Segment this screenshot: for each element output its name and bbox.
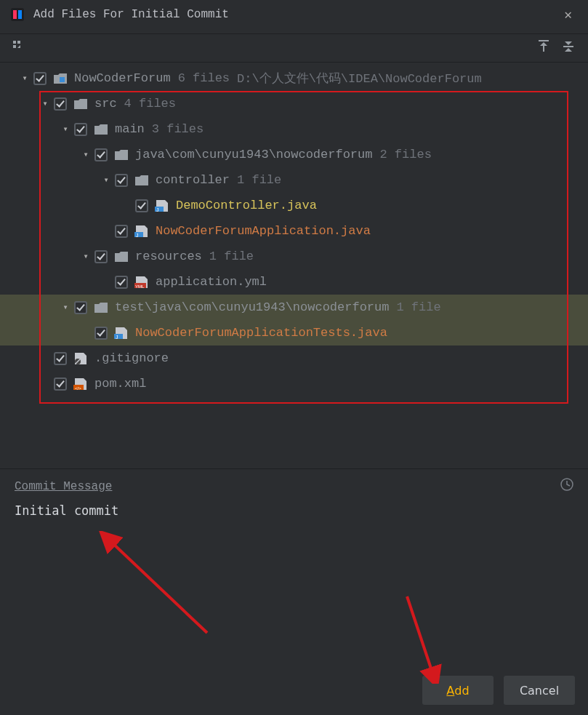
commit-header: Commit Message <box>15 478 573 495</box>
node-name: DemoController.java <box>176 199 317 212</box>
checkbox[interactable] <box>94 148 108 161</box>
node-name: controller <box>156 173 230 187</box>
node-name: NowCoderForumApplication.java <box>156 224 371 238</box>
checkbox[interactable] <box>115 174 128 187</box>
expand-all-icon[interactable] <box>537 40 550 57</box>
svg-rect-9 <box>60 77 65 82</box>
checkbox[interactable] <box>94 327 108 340</box>
node-name: pom.xml <box>94 377 146 391</box>
tree-row[interactable]: ▾controller1 file <box>0 167 588 193</box>
chevron-down-icon[interactable]: ▾ <box>60 124 71 135</box>
chevron-down-icon[interactable]: ▾ <box>80 149 92 160</box>
folder-icon <box>134 174 150 187</box>
tree-row[interactable]: ▾.gitignore <box>0 345 588 371</box>
tree-row[interactable]: ▾resources1 file <box>0 244 588 269</box>
page-title: Add Files For Initial Commit <box>33 8 558 21</box>
svg-rect-3 <box>13 41 16 44</box>
folder-icon <box>113 250 129 263</box>
svg-rect-5 <box>13 45 16 48</box>
checkbox[interactable] <box>54 97 67 111</box>
tree-row[interactable]: ▾test\java\com\cunyu1943\nowcoderforum1 … <box>0 295 588 320</box>
node-extra: 1 file <box>396 300 440 314</box>
checkbox[interactable] <box>115 276 128 289</box>
pom-icon: </> <box>73 378 89 391</box>
tree-row[interactable]: ▾YMLapplication.yml <box>0 269 588 295</box>
node-extra: 4 files <box>124 97 176 111</box>
toolbar <box>0 33 588 63</box>
svg-text:J: J <box>116 334 118 339</box>
tree-row[interactable]: ▾java\com\cunyu1943\nowcoderforum2 files <box>0 142 588 167</box>
title-bar: Add Files For Initial Commit ✕ <box>0 0 588 29</box>
node-extra: 2 files <box>379 148 431 161</box>
svg-rect-6 <box>539 40 549 41</box>
node-name: resources <box>135 249 202 263</box>
node-extra: 6 files <box>178 71 230 85</box>
gitignore-icon <box>73 352 89 365</box>
svg-rect-0 <box>11 8 24 21</box>
node-name: .gitignore <box>94 351 169 365</box>
chevron-down-icon[interactable]: ▾ <box>80 251 92 262</box>
node-name: NowCoderForumApplicationTests.java <box>135 326 387 340</box>
yml-icon: YML <box>134 276 150 289</box>
node-extra: 1 file <box>237 173 281 187</box>
tree-row[interactable]: ▾src4 files <box>0 91 588 116</box>
chevron-down-icon[interactable]: ▾ <box>19 73 31 84</box>
cancel-button[interactable]: Cancel <box>504 676 575 705</box>
svg-rect-1 <box>13 10 17 19</box>
app-icon <box>10 7 25 22</box>
chevron-down-icon[interactable]: ▾ <box>39 98 51 109</box>
folder-icon <box>73 97 89 111</box>
node-path: D:\个人文件\代码\IDEA\NowCoderForum <box>237 70 482 87</box>
checkbox[interactable] <box>135 199 148 212</box>
svg-text:J: J <box>136 232 139 237</box>
node-name: application.yml <box>156 275 267 289</box>
svg-text:</>: </> <box>75 386 81 390</box>
folder-icon <box>93 123 109 136</box>
collapse-all-icon[interactable] <box>562 40 575 57</box>
node-extra: 1 file <box>209 249 254 263</box>
folder-icon <box>93 301 109 314</box>
node-extra: 3 files <box>152 122 204 136</box>
chevron-down-icon[interactable]: ▾ <box>60 302 71 313</box>
tree-row[interactable]: ▾JDemoController.java <box>0 193 588 218</box>
svg-rect-8 <box>563 46 573 47</box>
close-icon[interactable]: ✕ <box>558 4 578 25</box>
tree-row[interactable]: ▾</>pom.xml <box>0 371 588 396</box>
svg-rect-2 <box>18 10 22 19</box>
checkbox[interactable] <box>54 352 67 365</box>
java-icon: J <box>134 225 150 238</box>
checkbox[interactable] <box>115 225 128 238</box>
svg-rect-7 <box>543 46 544 52</box>
folder-icon <box>113 148 129 161</box>
node-name: src <box>94 97 117 111</box>
svg-rect-4 <box>17 41 20 44</box>
commit-label: Commit Message <box>15 480 112 493</box>
file-tree: ▾ NowCoderForum 6 files D:\个人文件\代码\IDEA\… <box>0 63 588 468</box>
node-name: NowCoderForum <box>74 71 171 85</box>
tree-row[interactable]: ▾JNowCoderForumApplicationTests.java <box>0 320 588 345</box>
checkbox[interactable] <box>94 250 108 263</box>
node-name: test\java\com\cunyu1943\nowcoderforum <box>115 300 389 314</box>
tree-row[interactable]: ▾main3 files <box>0 116 588 142</box>
svg-text:YML: YML <box>135 284 145 288</box>
module-icon <box>52 72 68 85</box>
checkbox[interactable] <box>33 72 47 85</box>
history-icon[interactable] <box>560 478 573 495</box>
checkbox[interactable] <box>74 123 87 136</box>
java-icon: J <box>154 199 170 212</box>
checkbox[interactable] <box>54 378 67 391</box>
commit-message-input[interactable] <box>15 502 573 640</box>
svg-text:J: J <box>156 207 159 212</box>
node-name: java\com\cunyu1943\nowcoderforum <box>135 148 372 161</box>
add-button[interactable]: Add <box>422 676 494 705</box>
java-icon: J <box>113 327 129 340</box>
commit-section: Commit Message <box>0 469 588 644</box>
group-icon[interactable] <box>13 41 25 56</box>
node-name: main <box>115 122 145 136</box>
tree-row-root[interactable]: ▾ NowCoderForum 6 files D:\个人文件\代码\IDEA\… <box>0 65 588 91</box>
button-bar: Add Cancel <box>422 676 575 705</box>
checkbox[interactable] <box>74 301 87 314</box>
chevron-down-icon[interactable]: ▾ <box>100 175 112 185</box>
tree-row[interactable]: ▾JNowCoderForumApplication.java <box>0 218 588 244</box>
